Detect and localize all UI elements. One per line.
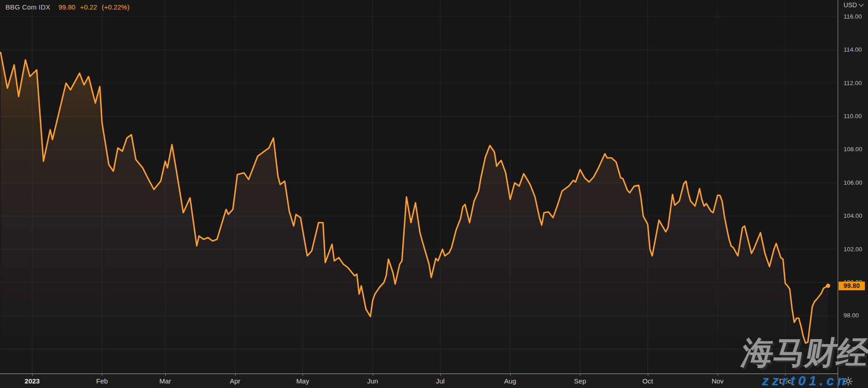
chart-header: BBG Com IDX 99.80 +0.22 (+0.22%)	[5, 2, 130, 11]
x-axis-tick	[373, 374, 373, 376]
x-axis-label: Oct	[632, 377, 664, 385]
x-axis-label: 2023	[16, 377, 48, 385]
last-price-badge: 99.80	[839, 282, 865, 290]
chart-window: BBG Com IDX 99.80 +0.22 (+0.22%) USD 116…	[0, 0, 868, 388]
x-axis-label: Feb	[86, 377, 118, 385]
currency-dropdown[interactable]: USD	[844, 1, 863, 9]
x-axis-label: Sep	[564, 377, 596, 385]
x-axis-panel: 2023FebMarAprMayJunJulAugSepOctNovDec	[0, 374, 838, 388]
y-axis-panel: USD 116.00114.00112.00110.00108.00106.00…	[838, 0, 868, 388]
x-axis-tick	[718, 374, 718, 376]
y-axis-label: 116.00	[844, 13, 862, 20]
last-point-marker	[826, 284, 830, 288]
chart-plot-area[interactable]: BBG Com IDX 99.80 +0.22 (+0.22%)	[0, 0, 838, 374]
x-axis-tick	[32, 374, 33, 376]
x-axis-tick	[785, 374, 786, 376]
area-fill	[0, 53, 828, 374]
x-axis-tick	[580, 374, 580, 376]
y-axis-label: 96.00	[844, 345, 859, 353]
currency-label: USD	[844, 1, 857, 9]
x-axis-label: Apr	[219, 377, 251, 385]
x-axis-label: Nov	[702, 377, 733, 385]
x-axis-tick	[440, 374, 441, 376]
x-axis-tick	[235, 374, 236, 376]
security-name: BBG Com IDX	[5, 3, 50, 11]
x-axis-label: Jun	[357, 377, 389, 385]
price-change-percent: (+0.22%)	[101, 3, 129, 11]
x-axis-label: Jul	[424, 377, 456, 385]
y-axis-label: 102.00	[844, 246, 862, 253]
x-axis-label: Dec	[769, 377, 801, 385]
y-axis-label: 108.00	[844, 146, 862, 153]
y-axis-label: 110.00	[844, 113, 862, 120]
x-axis-tick	[303, 374, 303, 376]
x-axis-tick	[648, 374, 648, 376]
x-axis-tick	[510, 374, 511, 376]
x-axis-tick	[102, 374, 102, 376]
x-axis-label: Mar	[149, 377, 181, 385]
price-change: +0.22	[80, 3, 97, 11]
y-axis-label: 104.00	[844, 212, 862, 220]
y-axis-label: 114.00	[844, 46, 862, 53]
chevron-down-icon	[858, 1, 863, 6]
y-axis-label: 106.00	[844, 179, 862, 187]
y-axis-label: 112.00	[844, 80, 862, 87]
last-price-badge-value: 99.80	[844, 282, 860, 289]
x-axis-tick	[165, 374, 166, 376]
price-line-chart[interactable]	[0, 0, 838, 374]
y-axis-label: 98.00	[844, 312, 859, 319]
x-axis-label: May	[287, 377, 318, 385]
last-price: 99.80	[58, 3, 76, 11]
x-axis-label: Aug	[494, 377, 526, 385]
